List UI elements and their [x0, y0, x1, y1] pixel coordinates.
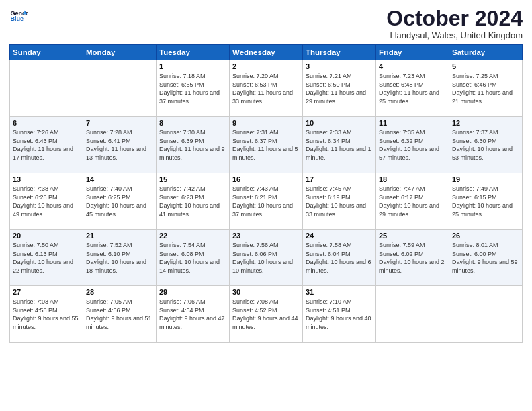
- title-block: October 2024 Llandysul, Wales, United Ki…: [386, 7, 523, 40]
- day-number: 11: [379, 119, 446, 127]
- day-info: Sunrise: 7:30 AM Sunset: 6:39 PM Dayligh…: [159, 128, 226, 162]
- day-info: Sunrise: 7:40 AM Sunset: 6:25 PM Dayligh…: [86, 185, 153, 218]
- day-number: 10: [306, 119, 373, 127]
- day-number: 12: [452, 119, 519, 127]
- day-number: 29: [159, 288, 226, 296]
- table-row: 16Sunrise: 7:43 AM Sunset: 6:21 PM Dayli…: [230, 173, 303, 230]
- col-wednesday: Wednesday: [230, 45, 303, 60]
- day-info: Sunrise: 7:35 AM Sunset: 6:32 PM Dayligh…: [379, 128, 446, 162]
- day-info: Sunrise: 7:56 AM Sunset: 6:06 PM Dayligh…: [232, 241, 300, 275]
- col-thursday: Thursday: [303, 45, 376, 60]
- day-info: Sunrise: 7:54 AM Sunset: 6:08 PM Dayligh…: [159, 241, 226, 275]
- day-info: Sunrise: 7:21 AM Sunset: 6:50 PM Dayligh…: [306, 72, 373, 105]
- day-number: 25: [379, 232, 446, 240]
- day-number: 26: [452, 232, 519, 240]
- day-info: Sunrise: 7:47 AM Sunset: 6:17 PM Dayligh…: [379, 185, 446, 218]
- table-row: 17Sunrise: 7:45 AM Sunset: 6:19 PM Dayli…: [303, 173, 376, 230]
- day-info: Sunrise: 7:50 AM Sunset: 6:13 PM Dayligh…: [13, 241, 80, 275]
- day-number: 1: [159, 62, 226, 71]
- day-info: Sunrise: 7:38 AM Sunset: 6:28 PM Dayligh…: [13, 185, 80, 218]
- day-info: Sunrise: 7:58 AM Sunset: 6:04 PM Dayligh…: [306, 241, 373, 275]
- table-row: 11Sunrise: 7:35 AM Sunset: 6:32 PM Dayli…: [376, 117, 449, 173]
- col-friday: Friday: [376, 45, 449, 60]
- table-row: 12Sunrise: 7:37 AM Sunset: 6:30 PM Dayli…: [449, 117, 523, 173]
- table-row: 24Sunrise: 7:58 AM Sunset: 6:04 PM Dayli…: [303, 230, 376, 286]
- table-row: 31Sunrise: 7:10 AM Sunset: 4:51 PM Dayli…: [303, 286, 376, 342]
- table-row: 5Sunrise: 7:25 AM Sunset: 6:46 PM Daylig…: [449, 60, 523, 117]
- table-row: 27Sunrise: 7:03 AM Sunset: 4:58 PM Dayli…: [10, 286, 83, 342]
- day-number: 2: [232, 62, 300, 71]
- day-number: 30: [232, 288, 300, 296]
- day-number: 24: [306, 232, 373, 240]
- day-number: 19: [452, 175, 519, 183]
- table-row: 20Sunrise: 7:50 AM Sunset: 6:13 PM Dayli…: [10, 230, 83, 286]
- logo-icon: General Blue: [9, 7, 28, 26]
- table-row: 6Sunrise: 7:26 AM Sunset: 6:43 PM Daylig…: [10, 117, 83, 173]
- day-number: 14: [86, 175, 153, 183]
- table-row: 19Sunrise: 7:49 AM Sunset: 6:15 PM Dayli…: [449, 173, 523, 230]
- day-info: Sunrise: 7:59 AM Sunset: 6:02 PM Dayligh…: [379, 241, 446, 275]
- table-row: [449, 286, 523, 342]
- calendar-week-row: 20Sunrise: 7:50 AM Sunset: 6:13 PM Dayli…: [10, 230, 523, 286]
- logo: General Blue: [9, 7, 28, 26]
- calendar-header-row: Sunday Monday Tuesday Wednesday Thursday…: [10, 45, 523, 60]
- col-sunday: Sunday: [10, 45, 83, 60]
- header: General Blue October 2024 Llandysul, Wal…: [9, 7, 523, 40]
- table-row: 14Sunrise: 7:40 AM Sunset: 6:25 PM Dayli…: [83, 173, 157, 230]
- day-number: 13: [13, 175, 80, 183]
- calendar: Sunday Monday Tuesday Wednesday Thursday…: [9, 44, 523, 342]
- day-number: 17: [306, 175, 373, 183]
- table-row: 23Sunrise: 7:56 AM Sunset: 6:06 PM Dayli…: [230, 230, 303, 286]
- svg-text:Blue: Blue: [10, 15, 24, 22]
- table-row: 29Sunrise: 7:06 AM Sunset: 4:54 PM Dayli…: [157, 286, 230, 342]
- day-info: Sunrise: 7:20 AM Sunset: 6:53 PM Dayligh…: [232, 72, 300, 105]
- day-number: 8: [159, 119, 226, 127]
- day-number: 21: [86, 232, 153, 240]
- day-number: 7: [86, 119, 153, 127]
- table-row: [83, 60, 157, 117]
- location: Llandysul, Wales, United Kingdom: [386, 30, 523, 40]
- day-info: Sunrise: 7:52 AM Sunset: 6:10 PM Dayligh…: [86, 241, 153, 275]
- table-row: 26Sunrise: 8:01 AM Sunset: 6:00 PM Dayli…: [449, 230, 523, 286]
- table-row: 13Sunrise: 7:38 AM Sunset: 6:28 PM Dayli…: [10, 173, 83, 230]
- day-number: 18: [379, 175, 446, 183]
- day-info: Sunrise: 7:43 AM Sunset: 6:21 PM Dayligh…: [232, 185, 300, 218]
- calendar-week-row: 6Sunrise: 7:26 AM Sunset: 6:43 PM Daylig…: [10, 117, 523, 173]
- table-row: 3Sunrise: 7:21 AM Sunset: 6:50 PM Daylig…: [303, 60, 376, 117]
- day-number: 3: [306, 62, 373, 71]
- table-row: 1Sunrise: 7:18 AM Sunset: 6:55 PM Daylig…: [157, 60, 230, 117]
- day-info: Sunrise: 7:23 AM Sunset: 6:48 PM Dayligh…: [379, 72, 446, 105]
- table-row: 15Sunrise: 7:42 AM Sunset: 6:23 PM Dayli…: [157, 173, 230, 230]
- day-number: 6: [13, 119, 80, 127]
- day-info: Sunrise: 7:08 AM Sunset: 4:52 PM Dayligh…: [232, 298, 300, 331]
- day-info: Sunrise: 7:18 AM Sunset: 6:55 PM Dayligh…: [159, 72, 226, 105]
- table-row: 9Sunrise: 7:31 AM Sunset: 6:37 PM Daylig…: [230, 117, 303, 173]
- table-row: 21Sunrise: 7:52 AM Sunset: 6:10 PM Dayli…: [83, 230, 157, 286]
- day-number: 22: [159, 232, 226, 240]
- day-number: 16: [232, 175, 300, 183]
- calendar-week-row: 27Sunrise: 7:03 AM Sunset: 4:58 PM Dayli…: [10, 286, 523, 342]
- table-row: 7Sunrise: 7:28 AM Sunset: 6:41 PM Daylig…: [83, 117, 157, 173]
- day-info: Sunrise: 7:06 AM Sunset: 4:54 PM Dayligh…: [159, 298, 226, 331]
- day-number: 4: [379, 62, 446, 71]
- day-number: 31: [306, 288, 373, 296]
- day-number: 28: [86, 288, 153, 296]
- day-info: Sunrise: 7:33 AM Sunset: 6:34 PM Dayligh…: [306, 128, 373, 162]
- day-number: 23: [232, 232, 300, 240]
- day-info: Sunrise: 7:03 AM Sunset: 4:58 PM Dayligh…: [13, 298, 80, 331]
- day-number: 20: [13, 232, 80, 240]
- day-number: 5: [452, 62, 519, 71]
- day-info: Sunrise: 7:45 AM Sunset: 6:19 PM Dayligh…: [306, 185, 373, 218]
- table-row: [376, 286, 449, 342]
- table-row: 28Sunrise: 7:05 AM Sunset: 4:56 PM Dayli…: [83, 286, 157, 342]
- day-number: 9: [232, 119, 300, 127]
- table-row: 18Sunrise: 7:47 AM Sunset: 6:17 PM Dayli…: [376, 173, 449, 230]
- table-row: 30Sunrise: 7:08 AM Sunset: 4:52 PM Dayli…: [230, 286, 303, 342]
- col-saturday: Saturday: [449, 45, 523, 60]
- day-number: 27: [13, 288, 80, 296]
- table-row: [10, 60, 83, 117]
- day-info: Sunrise: 7:26 AM Sunset: 6:43 PM Dayligh…: [13, 128, 80, 162]
- day-info: Sunrise: 7:31 AM Sunset: 6:37 PM Dayligh…: [232, 128, 300, 162]
- day-info: Sunrise: 7:25 AM Sunset: 6:46 PM Dayligh…: [452, 72, 519, 105]
- table-row: 22Sunrise: 7:54 AM Sunset: 6:08 PM Dayli…: [157, 230, 230, 286]
